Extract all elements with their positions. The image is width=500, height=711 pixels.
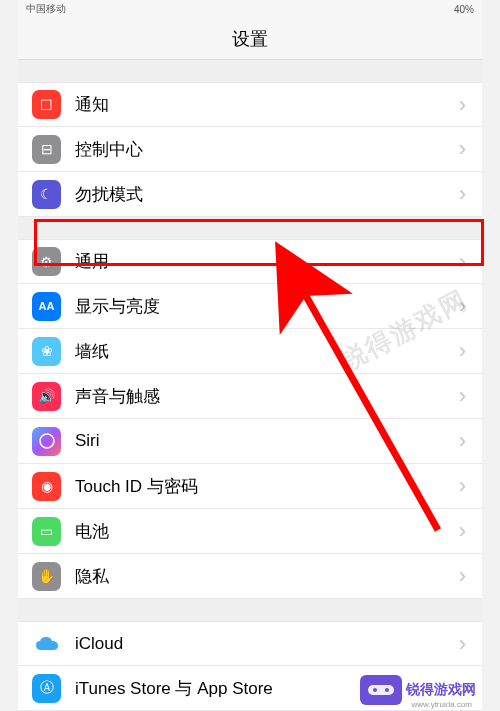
hand-icon: ✋	[32, 562, 61, 591]
row-label: Touch ID 与密码	[75, 475, 459, 498]
settings-row-sounds[interactable]: 🔊声音与触感›	[18, 374, 482, 419]
carrier-label: 中国移动	[26, 2, 66, 16]
settings-row-wallpaper[interactable]: ❀墙纸›	[18, 329, 482, 374]
control-center-icon: ⊟	[32, 135, 61, 164]
gamepad-icon	[360, 675, 402, 705]
siri-icon	[32, 427, 61, 456]
chevron-right-icon: ›	[459, 338, 466, 364]
chevron-right-icon: ›	[459, 383, 466, 409]
row-label: 隐私	[75, 565, 459, 588]
svg-point-0	[40, 434, 54, 448]
section-gap	[18, 217, 482, 239]
moon-icon: ☾	[32, 180, 61, 209]
settings-row-touchid[interactable]: ◉Touch ID 与密码›	[18, 464, 482, 509]
fingerprint-icon: ◉	[32, 472, 61, 501]
appstore-icon: Ⓐ	[32, 674, 61, 703]
svg-point-3	[373, 688, 377, 692]
settings-group-2: ⚙通用›AA显示与亮度›❀墙纸›🔊声音与触感›Siri›◉Touch ID 与密…	[18, 239, 482, 599]
settings-row-battery[interactable]: ▭电池›	[18, 509, 482, 554]
row-label: 通用	[75, 250, 459, 273]
section-gap	[18, 60, 482, 82]
row-label: Siri	[75, 431, 459, 451]
settings-row-siri[interactable]: Siri›	[18, 419, 482, 464]
row-label: iCloud	[75, 634, 459, 654]
gear-icon: ⚙	[32, 247, 61, 276]
notification-icon: ☐	[32, 90, 61, 119]
row-label: 电池	[75, 520, 459, 543]
settings-screen: 中国移动 40% 设置 ☐通知›⊟控制中心›☾勿扰模式› ⚙通用›AA显示与亮度…	[18, 0, 482, 711]
logo-label: 锐得游戏网	[406, 681, 476, 699]
chevron-right-icon: ›	[459, 293, 466, 319]
chevron-right-icon: ›	[459, 473, 466, 499]
section-gap	[18, 599, 482, 621]
text-size-icon: AA	[32, 292, 61, 321]
settings-row-icloud[interactable]: iCloud›	[18, 621, 482, 666]
chevron-right-icon: ›	[459, 631, 466, 657]
row-label: 勿扰模式	[75, 183, 459, 206]
settings-row-general[interactable]: ⚙通用›	[18, 239, 482, 284]
page-title: 设置	[18, 18, 482, 60]
battery-icon: ▭	[32, 517, 61, 546]
row-label: 声音与触感	[75, 385, 459, 408]
svg-rect-2	[368, 685, 394, 695]
speaker-icon: 🔊	[32, 382, 61, 411]
settings-row-display[interactable]: AA显示与亮度›	[18, 284, 482, 329]
settings-row-control-center[interactable]: ⊟控制中心›	[18, 127, 482, 172]
battery-label: 40%	[454, 4, 474, 15]
chevron-right-icon: ›	[459, 563, 466, 589]
status-bar: 中国移动 40%	[18, 0, 482, 18]
chevron-right-icon: ›	[459, 92, 466, 118]
row-label: 控制中心	[75, 138, 459, 161]
svg-point-4	[385, 688, 389, 692]
settings-row-privacy[interactable]: ✋隐私›	[18, 554, 482, 599]
watermark-logo: 锐得游戏网	[360, 675, 476, 705]
wallpaper-icon: ❀	[32, 337, 61, 366]
chevron-right-icon: ›	[459, 518, 466, 544]
row-label: 通知	[75, 93, 459, 116]
title-text: 设置	[232, 27, 268, 51]
chevron-right-icon: ›	[459, 181, 466, 207]
chevron-right-icon: ›	[459, 428, 466, 454]
settings-group-1: ☐通知›⊟控制中心›☾勿扰模式›	[18, 82, 482, 217]
cloud-icon	[32, 629, 61, 658]
chevron-right-icon: ›	[459, 249, 466, 275]
settings-row-dnd[interactable]: ☾勿扰模式›	[18, 172, 482, 217]
row-label: 墙纸	[75, 340, 459, 363]
chevron-right-icon: ›	[459, 136, 466, 162]
row-label: 显示与亮度	[75, 295, 459, 318]
settings-row-notifications[interactable]: ☐通知›	[18, 82, 482, 127]
